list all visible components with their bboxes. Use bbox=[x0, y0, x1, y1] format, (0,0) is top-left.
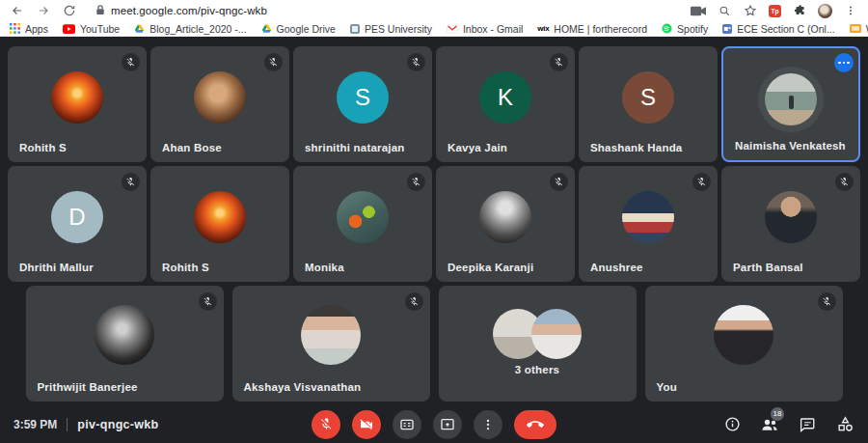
participant-tile-ahan-bose[interactable]: Ahan Bose bbox=[150, 46, 289, 162]
classroom-icon bbox=[850, 24, 861, 33]
participant-tile-naimisha-venkatesh[interactable]: Naimisha Venkatesh bbox=[721, 46, 860, 162]
participant-name: 3 others bbox=[439, 364, 637, 375]
participant-tile-prithwijit-banerjee[interactable]: Prithwijit Banerjee bbox=[26, 286, 224, 401]
avatar bbox=[194, 71, 246, 124]
browser-chrome: meet.google.com/piv-qngc-wkb Tp AppsYouT… bbox=[0, 0, 868, 37]
avatar: S bbox=[622, 71, 674, 124]
avatar: D bbox=[51, 191, 103, 243]
more-options-button[interactable] bbox=[474, 410, 502, 439]
url-text[interactable]: meet.google.com/piv-qngc-wkb bbox=[111, 5, 267, 16]
browser-window: meet.google.com/piv-qngc-wkb Tp AppsYouT… bbox=[0, 0, 868, 443]
participant-name: Dhrithi Mallur bbox=[19, 262, 94, 273]
bookmark-google-drive[interactable]: Google Drive bbox=[261, 23, 336, 35]
bookmarks-bar: AppsYouTubeBlog_Article_2020 -...Google … bbox=[0, 21, 868, 37]
bookmark-label: PES University bbox=[365, 23, 432, 35]
avatar bbox=[622, 191, 674, 243]
participant-name: Parth Bansal bbox=[733, 262, 803, 273]
participant-name: Monika bbox=[305, 262, 344, 273]
todo-extension-icon[interactable]: Tp bbox=[769, 5, 781, 17]
bookmark-label: Inbox - Gmail bbox=[463, 23, 523, 35]
bookmark-waste-managemen[interactable]: Waste Managemen... bbox=[850, 23, 868, 35]
muted-mic-icon bbox=[199, 292, 217, 311]
end-call-button[interactable] bbox=[514, 410, 556, 439]
present-icon bbox=[440, 417, 455, 432]
call-controls bbox=[312, 410, 556, 439]
participant-tile-monika[interactable]: Monika bbox=[293, 166, 432, 282]
participant-name: Naimisha Venkatesh bbox=[735, 140, 846, 152]
bookmark-label: Apps bbox=[25, 23, 48, 35]
bookmark-star-icon[interactable] bbox=[743, 3, 758, 18]
drive-icon bbox=[134, 23, 145, 34]
bookmark-blog-article-2020[interactable]: Blog_Article_2020 -... bbox=[134, 23, 246, 35]
reload-icon[interactable] bbox=[62, 3, 77, 18]
chat-button[interactable] bbox=[798, 415, 817, 434]
bookmark-pes-university[interactable]: PES University bbox=[350, 23, 432, 35]
meeting-details-button[interactable] bbox=[722, 415, 742, 434]
bookmark-ece-section-c-onl[interactable]: ECE Section C (Onl... bbox=[722, 23, 835, 35]
participant-name: shrinithi natarajan bbox=[305, 142, 405, 153]
call-end-icon bbox=[527, 416, 544, 433]
tile-more-button[interactable] bbox=[834, 53, 854, 72]
tile-row: Prithwijit BanerjeeAkshaya Visvanathan3 … bbox=[8, 286, 860, 401]
participant-tile-rohith-s[interactable]: Rohith S bbox=[8, 46, 147, 162]
avatar bbox=[95, 305, 154, 365]
zoom-icon[interactable] bbox=[717, 3, 732, 18]
gmail-icon bbox=[447, 24, 458, 34]
participant-name: Prithwijit Banerjee bbox=[38, 381, 138, 393]
tile-row: DDhrithi MallurRohith SMonikaDeepika Kar… bbox=[8, 166, 860, 282]
bookmark-home-fortherecord[interactable]: wixHOME | fortherecord bbox=[537, 23, 647, 35]
muted-mic-icon bbox=[122, 173, 140, 191]
address-bar[interactable]: meet.google.com/piv-qngc-wkb bbox=[88, 2, 680, 19]
participant-name: Akshaya Visvanathan bbox=[244, 381, 362, 393]
participant-tile-shrinithi-natarajan[interactable]: Sshrinithi natarajan bbox=[293, 46, 432, 162]
apps-grid-icon bbox=[10, 23, 20, 34]
teams-icon bbox=[722, 24, 732, 34]
profile-avatar[interactable] bbox=[818, 4, 832, 18]
participant-tile-shashank-handa[interactable]: SShashank Handa bbox=[579, 46, 718, 162]
participant-name: Deepika Karanji bbox=[448, 262, 533, 273]
muted-mic-icon bbox=[818, 292, 836, 311]
chat-icon bbox=[799, 416, 816, 433]
participant-tile-3-others[interactable]: 3 others bbox=[439, 286, 637, 401]
participant-tile-dhrithi-mallur[interactable]: DDhrithi Mallur bbox=[8, 166, 147, 282]
avatar bbox=[479, 191, 531, 243]
info-icon bbox=[724, 416, 741, 432]
participant-tile-anushree[interactable]: Anushree bbox=[579, 166, 718, 282]
camera-toggle-button[interactable] bbox=[352, 410, 381, 439]
tile-row: Rohith SAhan BoseSshrinithi natarajanKKa… bbox=[8, 46, 860, 162]
bookmark-spotify[interactable]: Spotify bbox=[662, 23, 708, 35]
camera-indicator-icon[interactable] bbox=[691, 3, 706, 18]
muted-mic-icon bbox=[405, 292, 423, 311]
present-button[interactable] bbox=[433, 410, 462, 439]
group-avatars bbox=[439, 309, 637, 359]
youtube-icon bbox=[63, 24, 75, 34]
participant-tile-you[interactable]: You bbox=[645, 286, 843, 401]
avatar bbox=[51, 71, 103, 124]
participant-tile-kavya-jain[interactable]: KKavya Jain bbox=[436, 46, 575, 162]
captions-button[interactable] bbox=[393, 410, 421, 439]
participant-name: You bbox=[657, 381, 677, 393]
browser-menu-icon[interactable] bbox=[843, 3, 858, 18]
muted-mic-icon bbox=[550, 173, 568, 191]
activities-icon bbox=[836, 415, 854, 433]
participant-tile-parth-bansal[interactable]: Parth Bansal bbox=[721, 166, 860, 282]
participants-button[interactable]: 18 bbox=[760, 415, 779, 434]
forward-icon[interactable] bbox=[36, 3, 51, 18]
browser-nav-row: meet.google.com/piv-qngc-wkb Tp bbox=[0, 0, 868, 21]
participant-tile-rohith-s[interactable]: Rohith S bbox=[150, 166, 289, 282]
participant-count-badge: 18 bbox=[771, 407, 784, 421]
back-icon[interactable] bbox=[10, 3, 25, 18]
muted-mic-icon bbox=[550, 53, 568, 71]
avatar bbox=[301, 305, 361, 365]
activities-button[interactable] bbox=[835, 415, 854, 434]
participant-tile-deepika-karanji[interactable]: Deepika Karanji bbox=[436, 166, 575, 282]
avatar bbox=[531, 309, 582, 359]
bookmark-apps[interactable]: Apps bbox=[10, 23, 48, 35]
participant-name: Ahan Bose bbox=[162, 142, 222, 153]
bookmark-label: YouTube bbox=[80, 23, 120, 35]
bookmark-inbox-gmail[interactable]: Inbox - Gmail bbox=[447, 23, 523, 35]
participant-tile-akshaya-visvanathan[interactable]: Akshaya Visvanathan bbox=[232, 286, 430, 401]
mic-toggle-button[interactable] bbox=[312, 410, 340, 439]
extensions-puzzle-icon[interactable] bbox=[792, 3, 807, 18]
bookmark-youtube[interactable]: YouTube bbox=[63, 23, 120, 35]
